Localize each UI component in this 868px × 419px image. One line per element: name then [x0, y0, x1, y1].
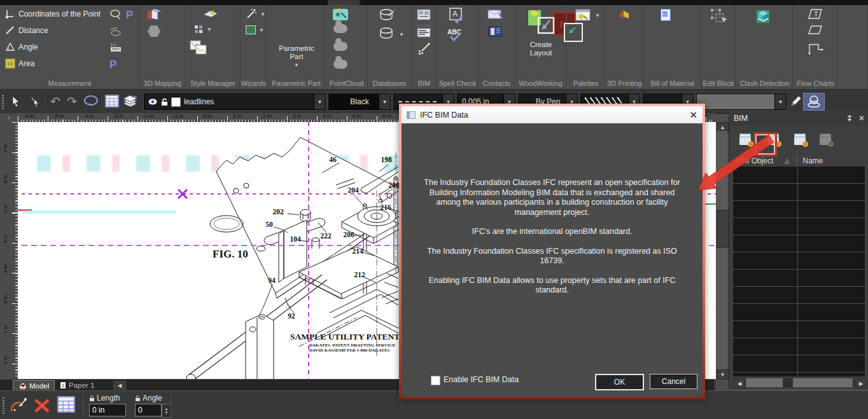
palettes-button[interactable]: ▼	[575, 8, 600, 22]
length-lock-icon	[89, 395, 95, 402]
bimify-button[interactable]	[417, 42, 431, 56]
coordinates-of-point-button[interactable]: Coordinates of the Point	[5, 9, 101, 19]
tab-paper-1[interactable]: 1 Paper 1	[55, 380, 99, 390]
flow-text-box-button[interactable]: T	[808, 8, 824, 22]
angle-input[interactable]: 0	[135, 404, 162, 416]
bim-table[interactable]	[733, 167, 865, 376]
visual-style-button[interactable]	[803, 93, 825, 111]
draw-order-button[interactable]	[788, 93, 804, 109]
bim-hscroll-thumb-2[interactable]	[793, 378, 853, 387]
pointcloud-region-button[interactable]	[333, 42, 347, 51]
vscroll-thumb[interactable]	[717, 210, 729, 248]
enable-ifc-checkbox[interactable]	[431, 376, 440, 385]
bim-spatial-button[interactable]: i	[793, 132, 808, 147]
tab-model[interactable]: Model	[13, 380, 55, 391]
spell-abc-button[interactable]: ABC	[447, 27, 465, 44]
bim-hscroll-left-button[interactable]: ◀	[734, 378, 745, 388]
orbit-button[interactable]	[83, 93, 99, 109]
pin-icon[interactable]	[846, 114, 853, 122]
dropdown-arrow[interactable]: ▼	[774, 94, 786, 109]
pointcloud-crop-button[interactable]	[333, 24, 347, 33]
clash-detection-button[interactable]	[754, 8, 772, 26]
area-label: Area	[18, 59, 34, 68]
vscroll-track[interactable]	[717, 131, 727, 369]
cancel-draw-button[interactable]	[33, 396, 51, 416]
layer-lock-icon	[161, 98, 168, 106]
pointcloud-delete-button[interactable]	[333, 60, 347, 69]
bim-window-button[interactable]	[417, 8, 431, 21]
db-connect-button[interactable]: ▼	[379, 27, 404, 42]
pointcloud-color-icon	[332, 8, 349, 22]
bom-button[interactable]	[661, 9, 671, 21]
vertical-ruler[interactable]: 7 in 6 in 5 in 4 in 3 in 2 in 1 in 0 in	[0, 122, 18, 379]
distance-button[interactable]: Distance	[5, 25, 48, 36]
cancel-button[interactable]: Cancel	[650, 374, 697, 389]
area-button[interactable]: 1:1 Area	[5, 58, 34, 69]
separator	[171, 395, 171, 415]
bim-hscroll-right-button[interactable]: ▶	[855, 378, 867, 388]
statusbar-grip[interactable]	[3, 397, 4, 414]
toolbar-grip[interactable]	[2, 95, 4, 109]
contacts-mail-button[interactable]	[487, 8, 504, 21]
ifc-bim-data-dialog: IFC BIM Data ✕ The Industry Foundation C…	[399, 104, 705, 399]
hexagon-button[interactable]	[148, 25, 160, 37]
bim-attach-button[interactable]: i	[738, 132, 753, 147]
contacts-book-button[interactable]	[487, 25, 503, 38]
tab-scroll-left-button[interactable]: ◀	[113, 380, 127, 390]
polyline-wizard-button[interactable]	[9, 396, 28, 416]
dialog-close-icon[interactable]: ✕	[689, 109, 697, 121]
parametric-part-button[interactable]: Parametric Part ▼	[276, 45, 317, 69]
select-cursor-button[interactable]	[8, 93, 24, 109]
redo-button[interactable]: ↷	[64, 93, 80, 109]
layer-combobox[interactable]: leadlines ▼	[144, 93, 326, 110]
length-input[interactable]: 0 in	[89, 404, 126, 416]
wizard-button[interactable]: ▼	[246, 8, 265, 20]
dropdown-arrow: ▼	[259, 27, 264, 33]
color-dropdown-arrow[interactable]: ▼	[379, 94, 390, 109]
active-ribbon-tab[interactable]	[328, 0, 360, 5]
table-button[interactable]	[104, 93, 120, 109]
keyboard-entry-button[interactable]: 1:1	[109, 42, 122, 52]
status-table-button[interactable]	[57, 396, 75, 415]
drawing-subtitle-2: DAVID KASSEMEYER 1-800-DAKATEC	[309, 348, 391, 353]
empty-combobox-2[interactable]: ▼	[696, 93, 787, 110]
panel-bim: BIM	[412, 5, 437, 88]
name-column-header[interactable]: Name	[797, 156, 823, 165]
bim-object-column-header[interactable]: BIM Object	[736, 156, 773, 165]
parameters-p-button[interactable]: P	[126, 9, 133, 22]
panel-3d-mapping: 3D Mapping	[140, 5, 186, 88]
wizard-settings-button[interactable]: ▼	[246, 25, 264, 34]
parameters-p2-button[interactable]: P	[109, 58, 116, 71]
column-divider[interactable]	[797, 167, 798, 376]
bim-hscroll-thumb[interactable]	[746, 378, 783, 387]
flow-connector-button[interactable]	[808, 41, 824, 56]
create-layout-button[interactable]: Create Layout	[521, 41, 561, 57]
close-panel-icon[interactable]: ✕	[858, 114, 865, 123]
spell-check-button[interactable]: A	[448, 8, 463, 24]
color-combobox[interactable]: Black ▼	[328, 93, 391, 110]
edit-block-button[interactable]	[710, 8, 727, 25]
insert-part-icon[interactable]	[564, 23, 583, 42]
flow-parallelogram-button[interactable]	[808, 24, 824, 37]
angle-button[interactable]: Angle	[5, 42, 38, 52]
layer-dropdown-arrow[interactable]: ▼	[314, 94, 325, 109]
lasso-measure-button[interactable]	[109, 9, 122, 20]
angle-spinner[interactable]: ▲▼	[162, 404, 171, 418]
style-cards-button[interactable]	[190, 39, 207, 56]
style-sheet-button[interactable]	[202, 8, 219, 21]
undo-button[interactable]: ↶	[47, 93, 64, 109]
vscroll-down-button[interactable]: ▼	[717, 369, 729, 380]
db-edit-button[interactable]	[379, 8, 396, 24]
pointcloud-import-button[interactable]	[332, 8, 349, 22]
ok-button[interactable]: OK	[595, 374, 644, 390]
layers-button[interactable]	[122, 93, 139, 109]
print-3d-button[interactable]	[616, 8, 631, 24]
bim-hscroll-track[interactable]	[745, 378, 854, 387]
dialog-titlebar[interactable]: IFC BIM Data ✕	[402, 106, 703, 123]
bim-properties-button[interactable]	[417, 25, 431, 38]
sort-triangle-icon[interactable]: △	[785, 158, 789, 164]
map-cube-button[interactable]	[146, 8, 162, 22]
select-entities-button[interactable]	[27, 93, 43, 109]
style-grid-button[interactable]: ▼	[193, 24, 212, 34]
expression-button[interactable]: v=?	[109, 25, 122, 37]
